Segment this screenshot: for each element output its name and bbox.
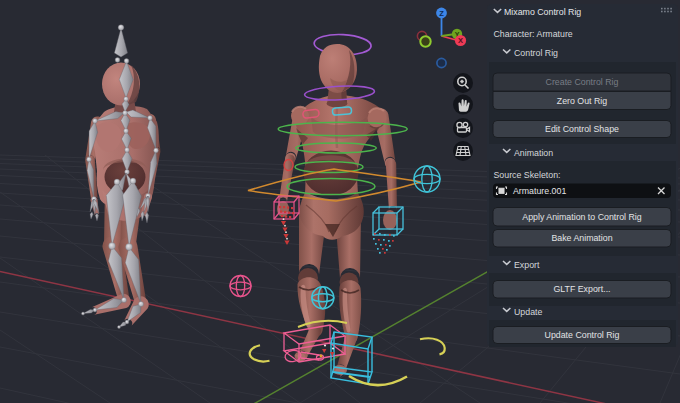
svg-text:Edit Control Shape: Edit Control Shape (545, 124, 619, 134)
svg-text:Source Skeleton:: Source Skeleton: (494, 170, 561, 180)
svg-text:X: X (458, 36, 463, 45)
svg-text:Control Rig: Control Rig (514, 48, 558, 58)
svg-text:Armature.001: Armature.001 (513, 186, 566, 196)
svg-text:Mixamo Control Rig: Mixamo Control Rig (504, 7, 581, 17)
svg-text:Animation: Animation (514, 148, 553, 158)
svg-text:GLTF Export...: GLTF Export... (553, 284, 610, 294)
svg-text:Bake Animation: Bake Animation (551, 233, 612, 243)
svg-text:Character: Armature: Character: Armature (494, 29, 573, 39)
svg-text:Export: Export (514, 260, 540, 270)
svg-text:Update: Update (514, 307, 542, 317)
svg-text:Apply Animation to Control Rig: Apply Animation to Control Rig (522, 212, 641, 222)
svg-text:Update Control Rig: Update Control Rig (545, 330, 620, 340)
svg-text:Zero Out Rig: Zero Out Rig (557, 96, 607, 106)
svg-text:Z: Z (439, 9, 444, 18)
svg-text:Create Control Rig: Create Control Rig (546, 77, 619, 87)
